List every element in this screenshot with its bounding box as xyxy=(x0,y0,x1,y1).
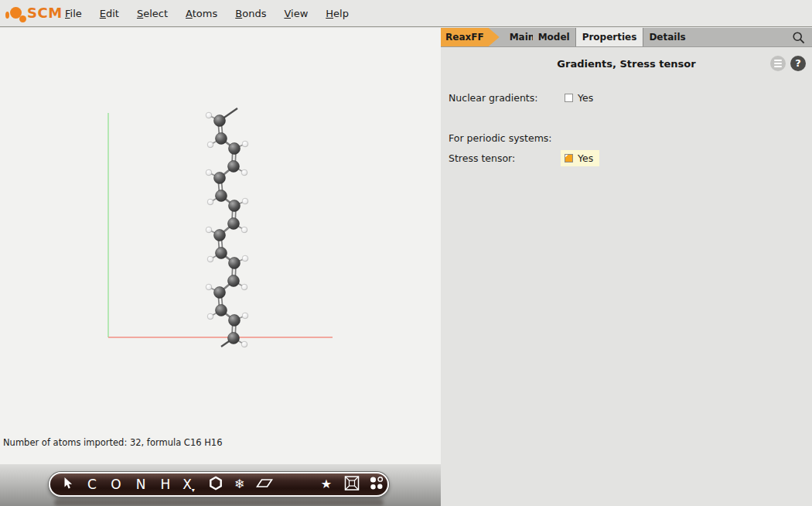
carbon-atom[interactable] xyxy=(214,173,226,184)
status-text: Number of atoms imported: 32, formula C1… xyxy=(3,437,222,448)
carbon-atom[interactable] xyxy=(216,248,227,259)
add-nitrogen-tool[interactable]: N xyxy=(136,478,146,491)
stress-tensor-label: Stress tensor: xyxy=(449,152,515,164)
carbon-atom[interactable] xyxy=(228,161,240,173)
menu-bonds[interactable]: Bonds xyxy=(235,8,266,19)
hydrogen-atom[interactable] xyxy=(207,313,213,320)
tab-reaxff[interactable]: ReaxFF xyxy=(441,28,500,46)
carbon-atom[interactable] xyxy=(214,115,226,127)
pointer-tool-icon[interactable] xyxy=(62,477,73,492)
hamburger-icon xyxy=(774,63,782,64)
axes-lines xyxy=(108,113,333,337)
hydrogen-atom[interactable] xyxy=(241,284,247,290)
hydrogen-atom[interactable] xyxy=(241,169,247,176)
stress-tensor-control: Yes xyxy=(561,150,599,166)
carbon-atom[interactable] xyxy=(216,190,227,202)
hydrogen-atom[interactable] xyxy=(242,198,248,204)
menu-edit[interactable]: Edit xyxy=(100,8,119,19)
hydrogen-atom[interactable] xyxy=(241,227,247,233)
carbon-atom[interactable] xyxy=(214,230,226,241)
nuclear-gradients-checkbox[interactable] xyxy=(565,94,573,102)
nuclear-gradients-control: Yes xyxy=(561,90,599,106)
molecule-viewer[interactable]: Number of atoms imported: 32, formula C1… xyxy=(0,28,441,464)
hydrogen-atom[interactable] xyxy=(242,141,248,147)
stress-tensor-row: Stress tensor:Yes xyxy=(441,150,812,167)
hydrogen-atom[interactable] xyxy=(241,341,247,347)
for-periodic-systems-row: For periodic systems: xyxy=(441,130,812,147)
add-carbon-tool[interactable]: C xyxy=(87,478,97,491)
add-oxygen-tool[interactable]: O xyxy=(111,478,121,491)
page-title: Gradients, Stress tensor xyxy=(441,58,812,70)
carbon-atom[interactable] xyxy=(229,258,241,269)
hydrogen-atom[interactable] xyxy=(206,227,212,233)
hydrogen-atom[interactable] xyxy=(206,169,212,176)
for-periodic-systems-label: For periodic systems: xyxy=(449,132,552,144)
logo-text: SCM xyxy=(27,5,63,21)
settings-panel: ReaxFFMainModelPropertiesDetails Gradien… xyxy=(441,28,812,506)
carbon-atom[interactable] xyxy=(216,305,227,316)
hydrogen-atom[interactable] xyxy=(242,255,248,262)
toolbar-reflection xyxy=(54,499,384,506)
tab-details[interactable]: Details xyxy=(643,28,691,46)
add-hydrogen-tool[interactable]: H xyxy=(161,478,171,491)
menu-file[interactable]: File xyxy=(65,8,82,19)
menu-help[interactable]: Help xyxy=(326,8,349,19)
hamburger-icon xyxy=(774,60,782,61)
menu-select[interactable]: Select xyxy=(137,8,168,19)
scm-logo: SCM xyxy=(3,2,59,25)
add-ring-tool-icon[interactable] xyxy=(210,476,223,493)
carbon-atom[interactable] xyxy=(228,218,240,230)
stress-tensor-checkbox[interactable] xyxy=(565,154,573,162)
plane-tool-icon[interactable] xyxy=(256,477,273,492)
crystal-cell-tool-icon[interactable] xyxy=(344,476,360,494)
tab-properties[interactable]: Properties xyxy=(575,28,644,46)
toolbar-band: CONHX▾❄★ xyxy=(0,464,441,506)
hamburger-icon xyxy=(774,66,782,67)
menu-view[interactable]: View xyxy=(284,8,308,19)
tab-bar: ReaxFFMainModelPropertiesDetails xyxy=(441,28,812,47)
search-icon[interactable] xyxy=(792,31,806,45)
help-button[interactable]: ? xyxy=(790,56,806,71)
hydrogen-atom[interactable] xyxy=(207,142,213,148)
stress-tensor-value: Yes xyxy=(578,152,593,164)
logo-dot-icon xyxy=(5,12,9,19)
carbon-atom[interactable] xyxy=(228,275,240,287)
hydrogen-atom[interactable] xyxy=(206,112,212,118)
panel-menu-button[interactable] xyxy=(770,56,786,71)
hydrogen-atom[interactable] xyxy=(206,284,212,290)
logo-dot-icon xyxy=(19,15,26,22)
carbon-atom[interactable] xyxy=(229,200,241,212)
hydrogen-atom[interactable] xyxy=(242,313,248,319)
carbon-atom[interactable] xyxy=(214,287,226,299)
menu-items: FileEditSelectAtomsBondsViewHelp xyxy=(65,8,349,19)
carbon-atom[interactable] xyxy=(229,315,241,327)
freeze-tool-icon[interactable]: ❄ xyxy=(234,478,244,491)
nuclear-gradients-value: Yes xyxy=(578,92,593,104)
carbon-atom[interactable] xyxy=(229,143,241,155)
carbon-atom[interactable] xyxy=(228,333,240,344)
atom-toolbar: CONHX▾❄★ xyxy=(49,472,389,497)
menu-atoms[interactable]: Atoms xyxy=(186,8,217,19)
tab-main[interactable]: Main xyxy=(507,28,533,46)
hydrogen-atom[interactable] xyxy=(207,199,213,205)
nuclear-gradients-row: Nuclear gradients:Yes xyxy=(441,90,812,107)
fragments-tool-icon[interactable] xyxy=(370,476,384,493)
molecule-canvas[interactable] xyxy=(0,28,441,464)
carbon-atom[interactable] xyxy=(216,133,227,145)
tab-model[interactable]: Model xyxy=(533,28,575,46)
add-element-tool[interactable]: X▾ xyxy=(183,478,195,491)
favorites-tool-icon[interactable]: ★ xyxy=(321,478,332,491)
hydrogen-atom[interactable] xyxy=(207,256,213,262)
dropdown-arrow-icon: ▾ xyxy=(192,487,195,494)
menu-bar: SCM FileEditSelectAtomsBondsViewHelp xyxy=(0,0,812,27)
nuclear-gradients-label: Nuclear gradients: xyxy=(449,92,537,104)
